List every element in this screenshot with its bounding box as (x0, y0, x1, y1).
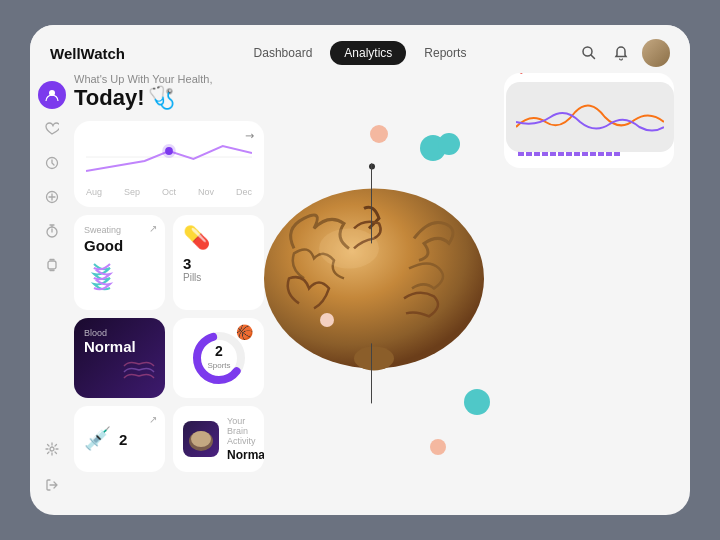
notification-icon[interactable] (610, 42, 632, 64)
blood-label: Blood (84, 328, 155, 338)
app-container: WellWatch Dashboard Analytics Reports (30, 25, 690, 515)
sports-card: 2 Sports 🏀 (173, 318, 264, 398)
greeting-main: Today! 🩺 (74, 85, 264, 111)
brain-visualization (234, 148, 534, 428)
nav-tabs: Dashboard Analytics Reports (240, 41, 481, 65)
brain-activity-value: Normal (227, 448, 264, 462)
sidebar-icon-logout[interactable] (38, 471, 66, 499)
sphere-peach-3 (320, 313, 334, 327)
chart-card: ↗ Aug Sep Oct Nov (74, 121, 264, 207)
chart-area (86, 131, 252, 183)
logo: WellWatch (50, 45, 240, 62)
tab-dashboard[interactable]: Dashboard (240, 41, 327, 65)
sweating-expand-icon[interactable]: ↗ (149, 223, 157, 234)
sidebar-icon-plus[interactable] (38, 183, 66, 211)
pills-label: Pills (183, 272, 254, 283)
svg-point-6 (50, 447, 54, 451)
sidebar-icon-settings[interactable] (38, 435, 66, 463)
inject-expand-icon[interactable]: ↗ (149, 414, 157, 425)
inject-count: 2 (119, 431, 127, 448)
sphere-teal-3 (464, 389, 490, 415)
header: WellWatch Dashboard Analytics Reports (30, 25, 690, 73)
svg-text:Sports: Sports (207, 361, 230, 370)
svg-text:2: 2 (215, 343, 223, 359)
bottom-row: 💉 2 ↗ Your Brain Activity Normal (74, 406, 264, 472)
tab-reports[interactable]: Reports (410, 41, 480, 65)
tab-analytics[interactable]: Analytics (330, 41, 406, 65)
brain-activity-image (183, 421, 219, 457)
cards-grid-bottom: Blood Normal (74, 318, 264, 398)
connection-line-vertical (371, 163, 372, 243)
pills-count: 3 (183, 255, 254, 272)
sidebar-icon-heart[interactable] (38, 115, 66, 143)
sidebar-icon-watch[interactable] (38, 251, 66, 279)
connection-dot-top (369, 163, 375, 169)
avatar[interactable] (642, 39, 670, 67)
heart-rate-chart (506, 82, 674, 152)
pills-icon: 💊 (183, 225, 254, 251)
sidebar-icon-timer[interactable] (38, 217, 66, 245)
sphere-teal-2 (438, 133, 460, 155)
svg-point-15 (191, 431, 211, 447)
sphere-peach-1 (370, 125, 388, 143)
sidebar-icon-profile[interactable] (38, 81, 66, 109)
sports-donut: 2 Sports 🏀 (189, 328, 249, 388)
chart-labels: Aug Sep Oct Nov Dec (86, 187, 252, 197)
left-panel: What's Up With Your Health, Today! 🩺 ↗ (74, 73, 274, 515)
blood-value: Normal (84, 338, 155, 355)
header-icons (480, 39, 670, 67)
svg-rect-5 (48, 261, 56, 269)
inject-card: 💉 2 ↗ (74, 406, 165, 472)
svg-point-9 (162, 144, 176, 158)
greeting-section: What's Up With Your Health, Today! 🩺 (74, 73, 264, 113)
sweating-value: Good (84, 237, 155, 254)
search-icon[interactable] (578, 42, 600, 64)
cards-grid-top: ↗ Sweating Good 💊 3 Pills (74, 215, 264, 310)
brain-activity-label: Your Brain Activity (227, 416, 264, 446)
sweating-card: ↗ Sweating Good (74, 215, 165, 310)
sweating-label: Sweating (84, 225, 155, 235)
main-content: What's Up With Your Health, Today! 🩺 ↗ (30, 73, 690, 515)
sidebar-icon-clock[interactable] (38, 149, 66, 177)
blood-card: Blood Normal (74, 318, 165, 398)
sidebar (30, 73, 74, 515)
right-panel: ↗ Sleep 7:45h (504, 73, 674, 168)
svg-point-17 (354, 346, 394, 370)
svg-point-18 (319, 228, 379, 268)
brain-activity-card: Your Brain Activity Normal (173, 406, 264, 472)
sphere-peach-2 (430, 439, 446, 455)
sports-icon: 🏀 (236, 324, 253, 340)
inject-icon: 💉 (84, 426, 111, 452)
brain-svg (234, 148, 514, 408)
greeting-sub: What's Up With Your Health, (74, 73, 264, 85)
pills-card: 💊 3 Pills (173, 215, 264, 310)
connection-line-bottom (371, 343, 372, 403)
